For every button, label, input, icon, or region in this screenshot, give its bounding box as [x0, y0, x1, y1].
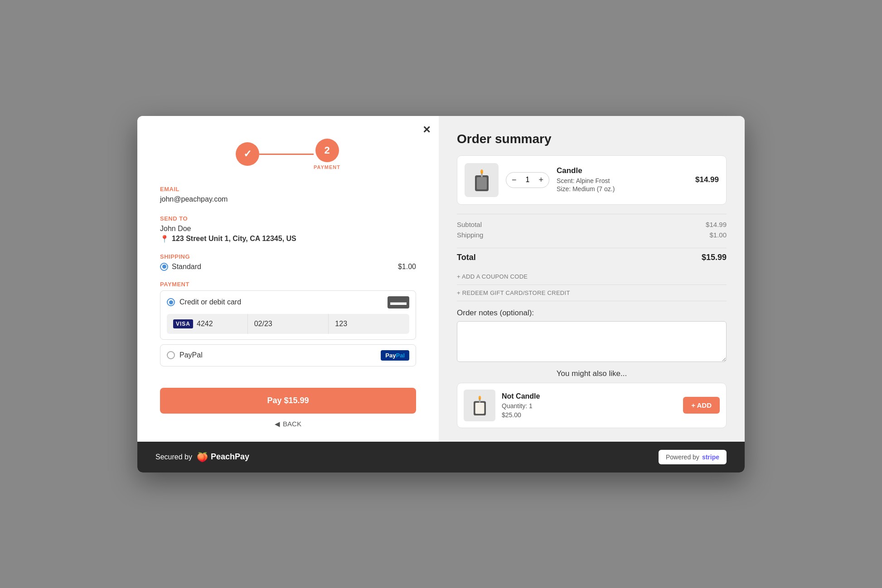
paypal-option-left: PayPal: [167, 351, 203, 359]
peachpay-brand: PeachPay: [211, 452, 249, 462]
product-scent: Scent: Alpine Frost: [557, 177, 688, 184]
stepper: ✓ 2 PAYMENT: [160, 134, 416, 170]
card-expiry-field[interactable]: 02/23: [248, 314, 329, 334]
sendto-section: SEND TO John Doe 📍 123 Street Unit 1, Ci…: [160, 215, 416, 243]
paypal-radio[interactable]: [167, 351, 175, 359]
payment-label: PAYMENT: [160, 281, 416, 288]
stripe-text: Powered by: [666, 453, 699, 461]
stripe-brand: stripe: [702, 453, 719, 461]
close-button[interactable]: ✕: [422, 124, 431, 136]
peachpay-logo: 🍑 PeachPay: [197, 452, 249, 463]
candle-image-svg: [470, 166, 493, 193]
card-radio[interactable]: [167, 298, 175, 306]
qty-decrease[interactable]: −: [506, 173, 522, 188]
order-notes-label: Order notes (optional):: [457, 308, 727, 318]
product-card: − 1 + Candle Scent: Alpine Frost Size: M…: [457, 155, 727, 205]
card-icon: ▬▬: [388, 296, 409, 308]
shipping-label-right: Shipping: [457, 231, 483, 239]
card-number: 4242: [197, 320, 213, 328]
upsell-add-button[interactable]: + ADD: [683, 397, 720, 414]
upsell-info: Not Candle Quantity: 1 $25.00: [502, 392, 677, 419]
left-panel: ✕ ✓ 2 PAYMENT EMAIL john@peachpay.com SE…: [137, 116, 439, 442]
step-line: [259, 154, 314, 155]
back-chevron: ◀: [275, 420, 280, 428]
sendto-address: 📍 123 Street Unit 1, City, CA 12345, US: [160, 235, 416, 243]
totals-section: Subtotal $14.99 Shipping $1.00: [457, 214, 727, 241]
qty-controls: − 1 +: [506, 172, 549, 188]
product-price-block: $14.99: [695, 175, 719, 184]
pay-button[interactable]: Pay $15.99: [160, 388, 416, 414]
shipping-row: Standard $1.00: [160, 263, 416, 271]
subtotal-value: $14.99: [706, 221, 727, 228]
payment-options: Credit or debit card ▬▬ VISA 4242 02/23: [160, 290, 416, 366]
card-fields: VISA 4242 02/23 123: [167, 314, 409, 334]
visa-badge: VISA: [173, 319, 193, 328]
coupon-link[interactable]: + ADD A COUPON CODE: [457, 269, 727, 285]
step-1-circle: ✓: [236, 142, 259, 166]
shipping-option-label: Standard: [172, 263, 201, 271]
checkout-modal: ✕ ✓ 2 PAYMENT EMAIL john@peachpay.com SE…: [137, 116, 745, 472]
upsell-title: You might also like...: [457, 369, 727, 378]
shipping-option[interactable]: Standard: [160, 263, 201, 271]
card-radio-inner: [169, 300, 173, 304]
address-text: 123 Street Unit 1, City, CA 12345, US: [172, 235, 296, 243]
paypal-option[interactable]: PayPal PayPal: [160, 344, 416, 366]
total-final-row: Total $15.99: [457, 248, 727, 262]
email-label: EMAIL: [160, 186, 416, 193]
card-expiry: 02/23: [254, 320, 272, 328]
product-details: Candle Scent: Alpine Frost Size: Medium …: [557, 166, 688, 193]
qty-value: 1: [522, 174, 533, 186]
paypal-option-header: PayPal PayPal: [167, 350, 409, 361]
peachpay-icon: 🍑: [197, 452, 208, 463]
order-notes-textarea[interactable]: [457, 321, 727, 362]
product-image: [465, 163, 499, 197]
upsell-card: Not Candle Quantity: 1 $25.00 + ADD: [457, 383, 727, 428]
upsell-image: [464, 390, 495, 421]
shipping-radio[interactable]: [160, 263, 168, 271]
product-name: Candle: [557, 166, 688, 175]
svg-rect-5: [475, 403, 484, 414]
shipping-price: $1.00: [398, 263, 416, 271]
right-panel: Order summary − 1 +: [439, 116, 745, 442]
upsell-image-svg: [470, 393, 490, 418]
back-link[interactable]: ◀ BACK: [160, 420, 416, 428]
secured-label: Secured by: [155, 453, 192, 461]
credit-card-option[interactable]: Credit or debit card ▬▬ VISA 4242 02/23: [160, 290, 416, 340]
subtotal-row: Subtotal $14.99: [457, 221, 727, 228]
card-number-field[interactable]: VISA 4242: [167, 314, 248, 334]
shipping-section: SHIPPING Standard $1.00: [160, 253, 416, 271]
upsell-price: $25.00: [502, 411, 677, 419]
payment-section: PAYMENT Credit or debit card ▬▬: [160, 281, 416, 366]
pin-icon: 📍: [160, 235, 169, 243]
qty-controls-wrapper: − 1 +: [506, 172, 549, 188]
shipping-row-right: Shipping $1.00: [457, 231, 727, 239]
subtotal-label: Subtotal: [457, 221, 482, 228]
email-section: EMAIL john@peachpay.com: [160, 186, 416, 205]
qty-increase[interactable]: +: [533, 173, 549, 188]
card-cvc: 123: [335, 320, 347, 328]
secured-text: Secured by 🍑 PeachPay: [155, 452, 249, 463]
product-price: $14.99: [695, 175, 719, 184]
paypal-badge: PayPal: [381, 350, 409, 361]
card-cvc-field[interactable]: 123: [329, 314, 409, 334]
svg-point-7: [478, 396, 480, 400]
card-option-label: Credit or debit card: [179, 298, 241, 306]
product-size: Size: Medium (7 oz.): [557, 185, 688, 193]
total-label: Total: [457, 253, 476, 262]
step-2-label: PAYMENT: [314, 164, 340, 170]
order-summary-title: Order summary: [457, 132, 727, 146]
shipping-label: SHIPPING: [160, 253, 416, 260]
email-value: john@peachpay.com: [160, 195, 416, 203]
svg-point-3: [480, 169, 483, 174]
stripe-badge: Powered by stripe: [659, 450, 727, 464]
back-label: BACK: [283, 420, 301, 428]
svg-rect-1: [477, 177, 487, 189]
card-option-left: Credit or debit card: [167, 298, 241, 306]
step-2-circle: 2: [315, 139, 339, 162]
sendto-name: John Doe: [160, 225, 416, 233]
sendto-label: SEND TO: [160, 215, 416, 222]
giftcard-link[interactable]: + REDEEM GIFT CARD/STORE CREDIT: [457, 285, 727, 301]
paypal-label: PayPal: [179, 351, 203, 359]
shipping-value-right: $1.00: [709, 231, 727, 239]
modal-body: ✕ ✓ 2 PAYMENT EMAIL john@peachpay.com SE…: [137, 116, 745, 442]
